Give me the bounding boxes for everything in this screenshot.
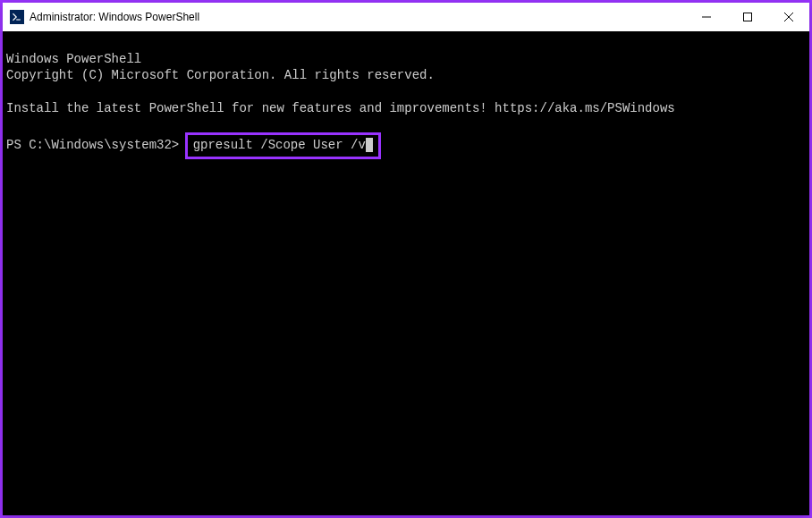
- svg-rect-1: [744, 13, 752, 21]
- close-icon: [784, 13, 793, 21]
- powershell-window: Administrator: Windows PowerShell Window…: [3, 3, 809, 515]
- titlebar[interactable]: Administrator: Windows PowerShell: [3, 3, 809, 31]
- prompt: PS C:\Windows\system32>: [6, 138, 187, 152]
- window-title: Administrator: Windows PowerShell: [30, 11, 686, 23]
- maximize-button[interactable]: [727, 3, 768, 31]
- terminal-output-line: Windows PowerShell: [6, 52, 141, 66]
- terminal-output-line: Copyright (C) Microsoft Corporation. All…: [6, 68, 435, 82]
- terminal-output-line: Install the latest PowerShell for new fe…: [6, 101, 675, 115]
- cursor: [366, 138, 373, 152]
- command-text: gpresult /Scope User /v: [193, 138, 366, 152]
- maximize-icon: [743, 13, 752, 21]
- terminal-area[interactable]: Windows PowerShell Copyright (C) Microso…: [3, 31, 809, 515]
- close-button[interactable]: [768, 3, 809, 31]
- window-controls: [686, 3, 809, 31]
- command-highlight: gpresult /Scope User /v: [185, 132, 381, 159]
- powershell-icon: [10, 10, 24, 24]
- minimize-button[interactable]: [686, 3, 727, 31]
- minimize-icon: [702, 13, 711, 21]
